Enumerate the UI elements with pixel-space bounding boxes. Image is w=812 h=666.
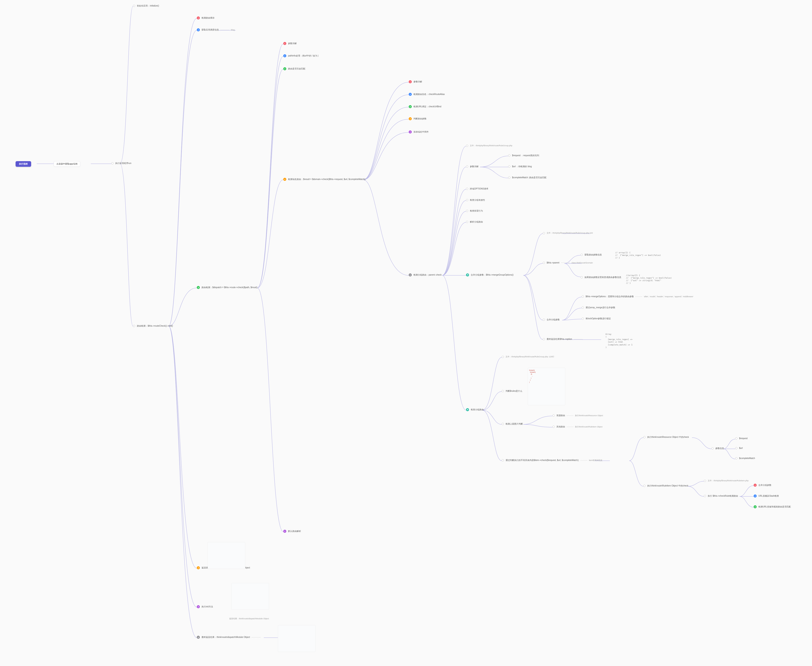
l5-urlbind[interactable]: 3检测URL绑定：checkUrlBind xyxy=(409,105,441,108)
bullet-icon xyxy=(581,276,583,279)
l7-mo1[interactable]: $this->mergeOptions：需要和分组合并的路由参数'after',… xyxy=(582,295,693,298)
l7-mergeopt-label: 合并分组参数 xyxy=(547,318,560,321)
l7-getopt[interactable]: 获取路由参数信息 xyxy=(581,253,602,256)
l6-p-match-label: $completeMatch: 路由是否完全匹配 xyxy=(512,176,547,179)
l6-groupattr[interactable]: 检查分组有效性 xyxy=(466,199,485,201)
cg-other[interactable]: 其他路由执行think\route\RuleItem Object xyxy=(552,425,603,428)
l7-file[interactable]: 文件：thinkphp/library/think/route/RuleGrou… xyxy=(543,232,593,234)
l7-getopt-code-text: // array(1) { // ["merge_rule_regex"] =>… xyxy=(615,251,661,259)
l6-merge[interactable]: ⚑合并分组参数：$this->mergeGroupOptions() xyxy=(466,274,514,277)
container-node[interactable]: 从容器中获取app实例 xyxy=(54,161,80,167)
l3-final[interactable]: 6最终返回结果：think\route\dispatch\Module Obje… xyxy=(197,636,260,639)
dash-icon xyxy=(567,427,573,427)
l3-dispatchinfo-ann: blog xyxy=(231,29,235,31)
it-rule-call[interactable]: 执行 $this->checkRule检测路由 xyxy=(704,495,738,498)
l7-mo2[interactable]: 通过array_merge进行合并参数 xyxy=(582,306,615,309)
bullet-icon xyxy=(508,165,511,168)
l6-p-req[interactable]: $request ：request类的实列 xyxy=(508,154,539,157)
l7-parent-ann: class think\route\Domain xyxy=(572,262,593,264)
cg-rules[interactable]: 判断$rules是什么 xyxy=(502,389,522,392)
l6-p-match[interactable]: $completeMatch: 路由是否完全匹配 xyxy=(508,176,547,179)
cr-3[interactable]: 3检测URL变量和规则路由是否匹配 xyxy=(754,505,791,508)
l6-parse[interactable]: 解析分组路由 xyxy=(466,221,483,223)
routecheck-label: 路由检测：$this->routeCheck()->init() xyxy=(137,325,173,328)
l3-routecheck-label: 路由检测：$dispatch = $this->route->check($pa… xyxy=(201,286,258,289)
cr-2[interactable]: 2URL后缀及Slash检查 xyxy=(754,495,779,498)
code-block: // array(1) { // ["merge_rule_regex"] =>… xyxy=(615,249,661,261)
it-res-p-req-label: $request xyxy=(739,437,748,440)
cg-res[interactable]: 资源路由执行think\route\Resource Object xyxy=(552,414,603,417)
l5-params-label: 参数详解 xyxy=(413,80,422,83)
cg-rules-label: 判断$rules是什么 xyxy=(506,389,522,392)
l7-parent[interactable]: $this->parentclass think\route\Domain xyxy=(543,262,593,264)
l5-middleware[interactable]: 5添加域名中间件 xyxy=(409,130,428,134)
routecheck-node[interactable]: 路由检测：$this->routeCheck()->init() xyxy=(133,325,173,328)
l6-params[interactable]: 参数详解 xyxy=(466,165,479,168)
bullet-icon xyxy=(543,319,545,321)
init-label: 初始化应用：initialize() xyxy=(137,4,159,7)
l5-params[interactable]: 1参数详解 xyxy=(409,80,422,83)
l4-pathinfo[interactable]: 2pathinfo处理：把url中的 / 改为 | xyxy=(283,54,318,57)
l5-parentcheck-label: 检测分组路由：parent::check xyxy=(413,274,441,277)
cg-exec-ann: item有两种情况 xyxy=(589,459,602,462)
l3-dispatchinfo[interactable]: 2获取应用调度信息blog xyxy=(197,28,235,31)
l5-alias[interactable]: 2检测路由别名：checkRouteAlias xyxy=(409,93,445,96)
bullet-icon xyxy=(552,414,555,417)
it-res-p-url[interactable]: $url xyxy=(735,447,743,449)
l7-mo3[interactable]: 将lockOption参数进行锁定 xyxy=(582,317,611,320)
it-rule-file-label: 文件：thinkphp/library/think/route/RuleItem… xyxy=(708,479,749,482)
it-res[interactable]: 执行think\route\Resource Object 中的check xyxy=(643,436,689,439)
run-node[interactable]: 执行应用程序run xyxy=(111,162,131,165)
badge-6-icon: 6 xyxy=(197,636,200,639)
it-rule-label: 执行think\route\RuleItem Object 中的check xyxy=(647,484,688,487)
l6-before[interactable]: 检查前置行为 xyxy=(466,209,483,213)
it-res-p-match[interactable]: $completeMatch xyxy=(735,457,755,460)
l4-default[interactable]: 5默认路由解析 xyxy=(283,530,301,533)
badge-3-icon: 3 xyxy=(197,286,200,289)
l4-complete[interactable]: 3路由是否完全匹配 xyxy=(283,67,305,70)
it-rule[interactable]: 执行think\route\RuleItem Object 中的check xyxy=(643,484,688,487)
l7-setopt-code-text: //array(2) { // ["merge_rule_regex"] => … xyxy=(626,274,672,285)
l7-setopt-code: //array(2) { // ["merge_rule_regex"] => … xyxy=(626,272,672,287)
l7-mo2-label: 通过array_merge进行合并参数 xyxy=(586,306,615,309)
l7-mergeopt[interactable]: 合并分组参数 xyxy=(543,318,560,321)
cg-res-ann: 执行think\route\Resource Object xyxy=(575,414,603,417)
l4-domain[interactable]: 4检测域名路由：$result = $domain->check($this->… xyxy=(283,178,366,181)
l4-domain-label: 检测域名路由：$result = $domain->check($this->r… xyxy=(288,178,366,181)
it-res-params[interactable]: 参数信息 xyxy=(712,447,724,450)
badge-2-icon: 2 xyxy=(409,93,412,96)
l7-setopt[interactable]: 如果路由参数设置则变成路由参数信息 xyxy=(581,276,621,279)
l6-options[interactable]: 跨域OPTIONS请求 xyxy=(466,187,488,190)
cr-3-label: 检测URL变量和规则路由是否匹配 xyxy=(758,505,791,508)
l7-final[interactable]: 最终返回结果$this->option xyxy=(543,338,583,341)
l3-routecheck[interactable]: 3路由检测：$dispatch = $this->route->check($p… xyxy=(197,286,258,289)
bullet-icon xyxy=(552,426,555,428)
l7-mo1-label: $this->mergeOptions：需要和分组合并的路由参数 xyxy=(586,295,634,298)
it-res-p-req[interactable]: $request xyxy=(735,437,748,440)
l3-init-exec[interactable]: 5执行init方法 xyxy=(197,605,213,608)
bullet-icon xyxy=(466,199,468,201)
mindmap-canvas[interactable]: 执行流程 从容器中获取app实例 执行应用程序run 初始化应用：initial… xyxy=(0,0,812,666)
l6-p-url[interactable]: $url ：待检测的 blog xyxy=(508,165,532,168)
l4-params[interactable]: 1参数详解 xyxy=(283,42,297,45)
root-node[interactable]: 执行流程 xyxy=(16,161,31,167)
cr-1[interactable]: 1合并分组参数 xyxy=(754,484,771,487)
bullet-icon xyxy=(704,480,706,482)
l6-parse-label: 解析分组路由 xyxy=(470,221,483,223)
l6-checkgroup[interactable]: ⚑检查分组路由 xyxy=(466,408,484,411)
cg-exec[interactable]: 通过判断执行的不同具体内容$item->check($request, $url… xyxy=(502,459,602,462)
dash-icon xyxy=(567,415,573,416)
thumb-dispatch xyxy=(208,542,245,569)
l3-cache[interactable]: 1检测路由缓存 xyxy=(197,16,214,20)
bullet-icon xyxy=(543,232,545,234)
l7-final-code: Array ( [merge_rule_regex] => [ext] => h… xyxy=(606,331,632,351)
cg-file[interactable]: 文件：thinkphp/library/think/route/RuleGrou… xyxy=(502,355,554,358)
l5-parentcheck[interactable]: 6检测分组路由：parent::check xyxy=(409,274,441,277)
l7-parent-label: $this->parent xyxy=(547,262,560,264)
it-rule-file[interactable]: 文件：thinkphp/library/think/route/RuleItem… xyxy=(704,479,749,482)
badge-4-icon: 4 xyxy=(197,566,200,569)
init-node[interactable]: 初始化应用：initialize() xyxy=(133,4,159,7)
l6-file[interactable]: 文件：thinkphp/library/think/route/RuleGrou… xyxy=(466,144,512,147)
l5-routeparam[interactable]: 4判断路由参数 xyxy=(409,117,427,120)
cg-judge[interactable]: 检测上面图片判断 xyxy=(502,422,523,425)
